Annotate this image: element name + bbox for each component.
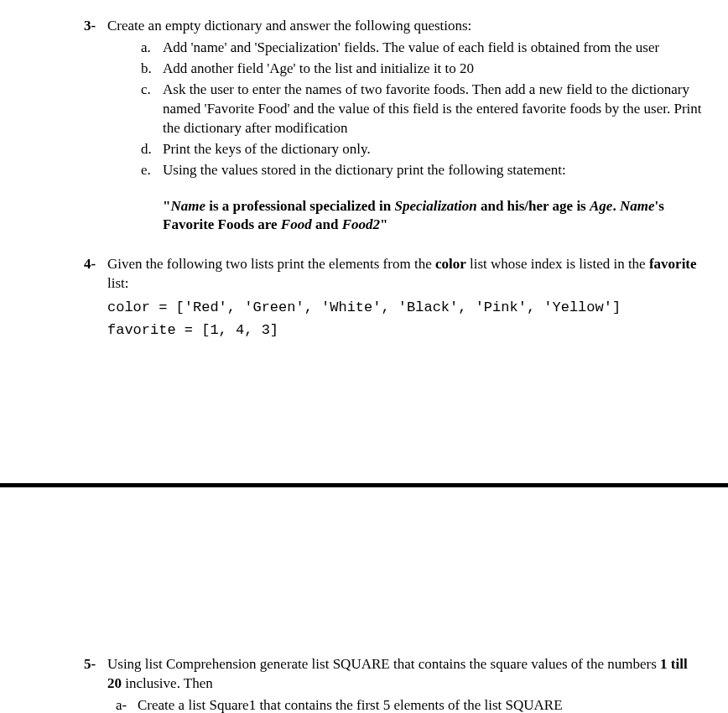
- q3-e-num: e.: [141, 161, 163, 180]
- q3-stmt-name2: Name: [620, 198, 655, 214]
- q3-d-text: Print the keys of the dictionary only.: [163, 140, 703, 159]
- q4-intro-pre: Given the following two lists print the …: [107, 256, 435, 272]
- q3-b-text: Add another field 'Age' to the list and …: [163, 60, 703, 79]
- q4-intro-fav: favorite: [649, 256, 697, 272]
- q5-a-text: Create a list Square1 that contains the …: [138, 696, 703, 713]
- q3-b: b. Add another field 'Age' to the list a…: [141, 60, 703, 79]
- document-page: 3- Create an empty dictionary and answer…: [0, 0, 728, 366]
- q3-stmt-food: Food: [281, 216, 312, 232]
- q3-statement: "Name is a professional specialized in S…: [163, 197, 703, 236]
- q3-stmt-name: Name: [170, 198, 205, 214]
- q4-code-line2: favorite = [1, 4, 3]: [107, 321, 703, 341]
- q5-intro-pre: Using list Comprehension generate list S…: [107, 656, 660, 672]
- q3-stmt-p4: .: [612, 198, 620, 214]
- q5-a-num: a-: [116, 696, 138, 713]
- q4-intro-end: list:: [107, 275, 129, 291]
- q3-c-text: Ask the user to enter the names of two f…: [163, 81, 703, 138]
- q5-number: 5-: [84, 655, 107, 713]
- q3-stmt-age: Age: [590, 198, 612, 214]
- q3-d: d. Print the keys of the dictionary only…: [141, 140, 703, 159]
- q4-code-line1: color = ['Red', 'Green', 'White', 'Black…: [107, 299, 703, 318]
- q3-c-num: c.: [141, 81, 163, 138]
- q4-intro-color: color: [435, 256, 466, 272]
- question-4: 4- Given the following two lists print t…: [84, 255, 703, 294]
- q3-c: c. Ask the user to enter the names of tw…: [141, 81, 703, 138]
- q5-intro-end: inclusive. Then: [122, 675, 213, 691]
- q3-b-num: b.: [141, 60, 163, 79]
- q5-a: a- Create a list Square1 that contains t…: [116, 696, 703, 713]
- document-page-2: 5- Using list Comprehension generate lis…: [0, 655, 728, 713]
- q3-e: e. Using the values stored in the dictio…: [141, 161, 703, 180]
- q3-e-text: Using the values stored in the dictionar…: [163, 161, 703, 180]
- q3-a-num: a.: [141, 39, 163, 58]
- q5-sublist: a- Create a list Square1 that contains t…: [107, 696, 703, 713]
- q3-stmt-spec: Specialization: [394, 198, 476, 214]
- q3-d-num: d.: [141, 140, 163, 159]
- q3-stmt-p6: and: [312, 216, 342, 232]
- q5-body: Using list Comprehension generate list S…: [107, 655, 703, 713]
- q3-sublist: a. Add 'name' and 'Specialization' field…: [107, 39, 703, 180]
- q3-stmt-p3: and his/her age is: [477, 198, 590, 214]
- q3-stmt-food2: Food2: [342, 216, 380, 232]
- q3-a-text: Add 'name' and 'Specialization' fields. …: [163, 39, 703, 58]
- q4-intro-mid: list whose index is listed in the: [466, 256, 649, 272]
- question-3: 3- Create an empty dictionary and answer…: [84, 17, 703, 250]
- q3-stmt-quote2: ": [380, 216, 387, 232]
- q3-stmt-p2: is a professional specialized in: [205, 198, 394, 214]
- blank-space: [0, 487, 728, 655]
- question-5: 5- Using list Comprehension generate lis…: [84, 655, 703, 713]
- q3-number: 3-: [84, 17, 107, 250]
- q3-intro: Create an empty dictionary and answer th…: [107, 18, 471, 34]
- q4-body: Given the following two lists print the …: [107, 255, 703, 294]
- q3-body: Create an empty dictionary and answer th…: [107, 17, 703, 250]
- q4-number: 4-: [84, 255, 107, 294]
- q3-a: a. Add 'name' and 'Specialization' field…: [141, 39, 703, 58]
